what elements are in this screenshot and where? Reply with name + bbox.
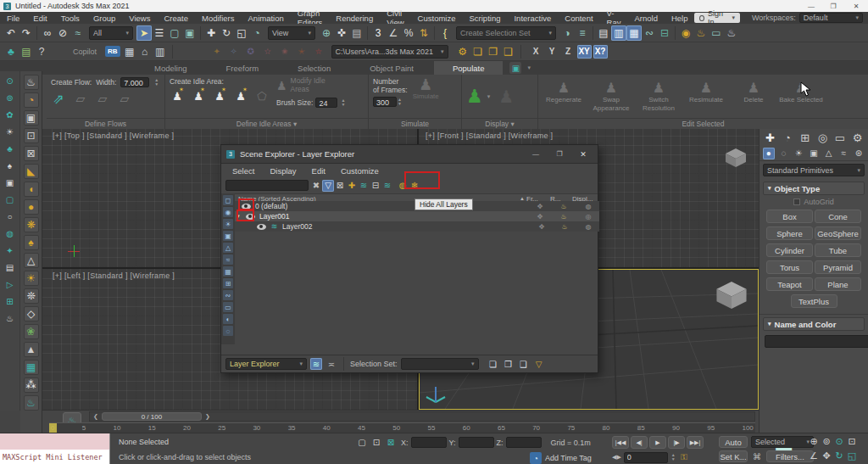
sun-icon[interactable]: ☀: [4, 126, 16, 137]
viewcube-perspective[interactable]: [715, 280, 748, 310]
reference-coordinate-dropdown[interactable]: View▾: [268, 26, 315, 40]
workspaces-dropdown[interactable]: Default▾: [799, 13, 863, 23]
hierarchy-tab-icon[interactable]: ⊞: [798, 130, 813, 145]
time-slider-handle[interactable]: 0 / 100: [102, 412, 202, 421]
plugin-icon-4[interactable]: ✫: [262, 46, 274, 58]
toggle-ribbon-icon[interactable]: ▦: [626, 25, 642, 41]
photo-plane-icon[interactable]: ▢: [4, 193, 16, 205]
viewport-top-label[interactable]: [+] [Top ] [Standard ] [Wireframe ]: [53, 131, 174, 140]
select-placement-icon[interactable]: ◔: [249, 25, 264, 41]
civil-building-icon[interactable]: ▦: [122, 44, 137, 59]
time-slider-track[interactable]: ❮ 0 / 100 ❯: [89, 411, 755, 422]
foliage-icon[interactable]: ♣: [4, 143, 16, 154]
create-tab-icon[interactable]: ✚: [762, 130, 777, 145]
menu-item[interactable]: Graph Editors: [291, 12, 330, 24]
ribbon-tab[interactable]: Freeform: [208, 61, 278, 75]
idle-talk-icon[interactable]: ♟✶: [212, 88, 227, 103]
modify-idle-areas-button[interactable]: Modify Idle Areas: [291, 77, 337, 94]
open-folder-icon[interactable]: ❏: [470, 44, 486, 59]
camera-slide-icon[interactable]: ▣: [24, 110, 39, 126]
menu-item[interactable]: Interactive: [507, 12, 558, 24]
sun-light-icon[interactable]: ☀: [24, 271, 39, 286]
menu-item[interactable]: Edit: [26, 12, 53, 24]
pick-doc-icon[interactable]: ❏: [487, 358, 499, 370]
rect-selection-icon[interactable]: ▢: [167, 25, 182, 41]
layer-box-icon[interactable]: ▤: [4, 261, 16, 273]
layer-display-icon[interactable]: ◎: [577, 212, 599, 221]
leaf-sphere-icon[interactable]: ❀: [24, 324, 39, 339]
edit-selected-button[interactable]: ♟ Delete: [732, 81, 776, 103]
robot-icon[interactable]: ▦: [24, 360, 39, 375]
new-layer-icon[interactable]: ≋: [358, 180, 370, 192]
next-frame-icon[interactable]: |▶: [668, 436, 685, 449]
collapse-all-icon[interactable]: ⊟: [370, 180, 381, 192]
select-manipulate-icon[interactable]: ✜: [334, 25, 349, 41]
percent-snap-icon[interactable]: %: [401, 25, 416, 41]
material-editor-icon[interactable]: ◉: [678, 25, 693, 41]
select-by-name-icon[interactable]: ☰: [152, 25, 167, 41]
toggle-scene-explorer-icon[interactable]: ▤: [596, 25, 611, 41]
panel-label-edit-selected[interactable]: Edit Selected: [538, 118, 868, 129]
menu-item[interactable]: Help: [665, 12, 695, 24]
bell-icon[interactable]: △: [24, 253, 39, 268]
scene-tree-icon[interactable]: ♣: [3, 44, 19, 59]
menu-item[interactable]: V-Ray: [600, 12, 628, 24]
menu-item[interactable]: Content: [558, 12, 599, 24]
ribbon-tab[interactable]: Object Paint: [351, 61, 432, 75]
menu-item[interactable]: Rendering: [329, 12, 380, 24]
rb-button[interactable]: RB: [105, 46, 120, 57]
filter-sets-icon[interactable]: ▽: [533, 358, 545, 370]
layers-stack-icon[interactable]: ≋: [381, 180, 393, 192]
orbit-icon[interactable]: ↻: [833, 450, 845, 461]
settings-gear-icon[interactable]: ⚙: [455, 44, 470, 59]
divider[interactable]: [675, 26, 676, 40]
auto-key-button[interactable]: Auto: [719, 436, 748, 448]
menu-item[interactable]: Scripting: [462, 12, 507, 24]
geometry-subtab-icon[interactable]: ●: [763, 148, 775, 159]
show-hidden-icon[interactable]: ◌: [223, 326, 233, 336]
plugin-icon-5[interactable]: ✬: [279, 46, 291, 58]
object-type-button[interactable]: Plane: [815, 277, 861, 291]
simulate-button[interactable]: ♟ Simulate: [413, 77, 439, 115]
desk-lamp-icon[interactable]: ◣: [24, 164, 39, 179]
lock-selection-icon[interactable]: ⊠: [385, 436, 397, 448]
dialog-minimize-button[interactable]: —: [526, 150, 545, 158]
layer-render-icon[interactable]: ♨: [555, 222, 574, 231]
menu-item[interactable]: Tools: [54, 12, 86, 24]
maxscript-mini-listener[interactable]: MAXScript Mini Listener: [0, 450, 110, 464]
select-move-icon[interactable]: ✚: [203, 25, 219, 41]
unlink-icon[interactable]: ⊘: [55, 25, 70, 41]
movie-camera-icon[interactable]: ⊠: [24, 146, 39, 161]
object-type-button[interactable]: Box: [766, 210, 813, 223]
viewcube-front[interactable]: [725, 148, 747, 168]
window-minimize-button[interactable]: —: [800, 3, 822, 10]
layer-visibility-eye-icon[interactable]: [242, 204, 251, 210]
object-type-button[interactable]: Cylinder: [766, 243, 813, 257]
flow-width-spinner[interactable]: ▲▼: [154, 78, 159, 87]
edit-selected-button[interactable]: ♟ Swap Appearance: [589, 81, 633, 111]
key-mode-toggle[interactable]: ◀▶: [612, 454, 621, 461]
menu-item[interactable]: Views: [122, 12, 157, 24]
dialog-menu-item[interactable]: Customize: [333, 165, 387, 176]
go-start-icon[interactable]: |◀◀: [612, 436, 629, 449]
x-coordinate-field[interactable]: [411, 437, 447, 448]
hide-all-layers-icon[interactable]: ◍: [397, 180, 409, 192]
zoom-icon[interactable]: ⊕: [808, 435, 820, 447]
menu-item[interactable]: Arnold: [627, 12, 664, 24]
toggle-layer-explorer-icon[interactable]: ▥: [611, 25, 626, 41]
frames-field[interactable]: 300: [373, 97, 397, 107]
menu-item[interactable]: Group: [86, 12, 122, 24]
dialog-maximize-button[interactable]: ❐: [550, 150, 569, 158]
dialog-menu-item[interactable]: Display: [262, 165, 303, 176]
sunburst-icon[interactable]: ❊: [24, 288, 39, 304]
axis-constraint-button[interactable]: XY: [577, 45, 592, 59]
select-rotate-icon[interactable]: ↻: [219, 25, 234, 41]
use-center-icon[interactable]: ⊕: [319, 25, 334, 41]
explorer-mode-dropdown[interactable]: Layer Explorer▾: [225, 358, 307, 370]
zoom-all-icon[interactable]: ⊚: [821, 435, 832, 447]
image-plane-icon[interactable]: ▣: [4, 176, 16, 188]
wire-sphere-icon[interactable]: ❋: [24, 217, 39, 232]
panel-label-simulate[interactable]: Simulate: [369, 118, 461, 129]
dialog-menu-item[interactable]: Edit: [304, 165, 333, 176]
lock-layers-icon[interactable]: ⊠: [334, 180, 346, 192]
